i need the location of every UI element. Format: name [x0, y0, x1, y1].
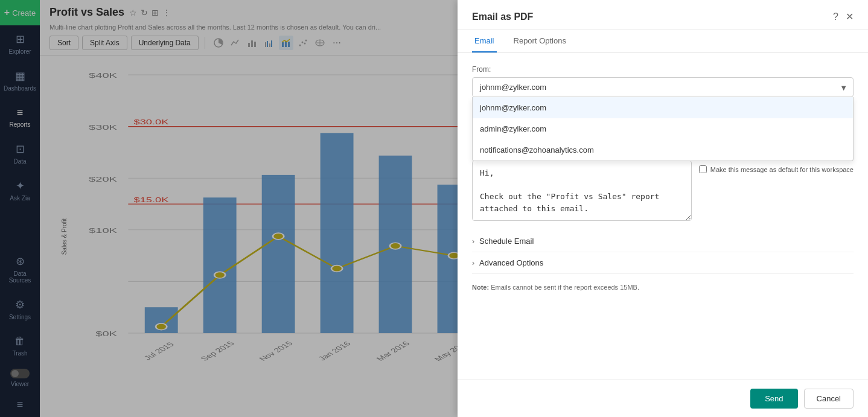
cancel-button[interactable]: Cancel [804, 389, 854, 409]
note-label: Note: [472, 284, 489, 291]
schedule-email-section[interactable]: › Schedule Email [472, 231, 854, 252]
from-select[interactable]: johnm@zylker.com [472, 77, 854, 97]
modal-footer: Send Cancel [458, 380, 868, 417]
email-pdf-modal: Email as PDF ? ✕ Email Report Options Fr… [458, 0, 868, 417]
tab-report-options[interactable]: Report Options [511, 30, 569, 53]
from-label: From: [472, 65, 854, 74]
from-group: From: johnm@zylker.com ▼ johnm@zylker.co… [472, 65, 854, 97]
tab-email[interactable]: Email [472, 30, 497, 53]
schedule-email-chevron: › [472, 237, 474, 246]
schedule-email-label: Schedule Email [479, 237, 534, 246]
close-icon[interactable]: ✕ [846, 11, 854, 22]
advanced-options-chevron: › [472, 259, 474, 267]
from-option-1[interactable]: johnm@zylker.com [473, 97, 853, 118]
note-content: Emails cannot be sent if the report exce… [491, 284, 639, 291]
message-default-checkbox-label: Make this message as default for this wo… [699, 165, 854, 173]
modal-title: Email as PDF [472, 11, 533, 22]
modal-header: Email as PDF ? ✕ [458, 0, 868, 30]
from-select-wrapper: johnm@zylker.com ▼ johnm@zylker.com admi… [472, 77, 854, 97]
message-default-checkbox[interactable] [699, 165, 707, 173]
modal-body: From: johnm@zylker.com ▼ johnm@zylker.co… [458, 53, 868, 380]
send-button[interactable]: Send [750, 389, 797, 409]
modal-overlay: Email as PDF ? ✕ Email Report Options Fr… [0, 0, 868, 417]
help-icon[interactable]: ? [833, 11, 838, 22]
from-dropdown: johnm@zylker.com admin@zylker.com notifi… [472, 97, 854, 161]
advanced-options-section[interactable]: › Advanced Options [472, 252, 854, 274]
modal-tabs: Email Report Options [458, 30, 868, 53]
advanced-options-label: Advanced Options [479, 258, 543, 267]
modal-header-icons: ? ✕ [833, 11, 854, 22]
message-textarea[interactable] [472, 161, 692, 221]
note-text: Note: Emails cannot be sent if the repor… [472, 284, 854, 291]
from-option-2[interactable]: admin@zylker.com [473, 118, 853, 139]
from-option-3[interactable]: notifications@zohoanalytics.com [473, 139, 853, 161]
